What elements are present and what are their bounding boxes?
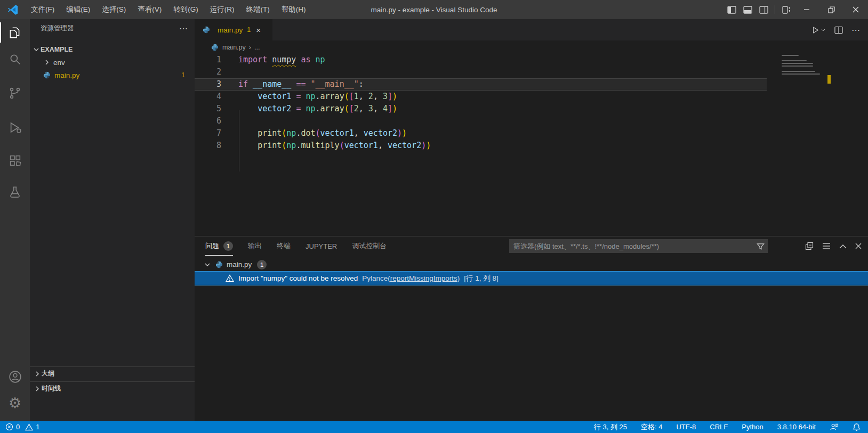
line-number[interactable]: 2	[195, 66, 221, 78]
notifications-bell-icon[interactable]	[853, 423, 861, 431]
code-line-8[interactable]: 8 print(np.multiply(vector1, vector2))	[195, 140, 767, 152]
panel-tab-debug-console[interactable]: 调试控制台	[352, 236, 387, 256]
more-actions-icon[interactable]: ⋯	[851, 25, 861, 35]
warning-triangle-icon	[25, 423, 33, 431]
menubar: 文件(F)编辑(E)选择(S)查看(V)转到(G)运行(R)终端(T)帮助(H)	[25, 0, 312, 19]
sidebar-title: 资源管理器	[41, 24, 74, 33]
search-icon[interactable]	[0, 46, 30, 72]
minimap[interactable]	[782, 55, 825, 76]
breadcrumb[interactable]: main.py › ...	[195, 40, 260, 54]
settings-gear-icon[interactable]: ⚙	[0, 390, 30, 416]
status-encoding[interactable]: UTF-8	[676, 423, 696, 431]
menu-item[interactable]: 终端(T)	[240, 0, 276, 19]
menu-item[interactable]: 编辑(E)	[60, 0, 96, 19]
line-number[interactable]: 8	[195, 140, 221, 152]
split-editor-icon[interactable]	[834, 26, 843, 34]
indent-guide	[239, 110, 239, 171]
line-number[interactable]: 7	[195, 127, 221, 140]
problem-count-badge: 1	[181, 71, 185, 79]
tab-label: main.py	[218, 26, 243, 34]
line-content	[221, 115, 238, 127]
menu-item[interactable]: 选择(S)	[96, 0, 132, 19]
testing-icon[interactable]	[0, 179, 30, 206]
breadcrumb-file[interactable]: main.py	[222, 44, 246, 51]
minimize-button[interactable]	[794, 0, 819, 19]
status-indentation[interactable]: 空格: 4	[641, 422, 662, 432]
menu-item[interactable]: 运行(R)	[204, 0, 240, 19]
panel-tab-output[interactable]: 输出	[248, 236, 262, 256]
line-number[interactable]: 1	[195, 54, 221, 66]
status-cursor-position[interactable]: 行 3, 列 25	[594, 422, 627, 432]
problem-row-selected[interactable]: Import "numpy" could not be resolved Pyl…	[195, 271, 868, 285]
line-content	[221, 66, 238, 78]
code-lines: 1import numpy as np23if __name__ == "__m…	[195, 54, 868, 152]
customize-layout-icon[interactable]	[778, 0, 794, 19]
tree-item-main-py[interactable]: main.py 1	[30, 69, 195, 81]
views-and-more-actions-icon[interactable]: ⋯	[179, 23, 188, 34]
problems-status-item[interactable]: 0 1	[0, 423, 39, 431]
run-debug-icon[interactable]	[0, 114, 30, 141]
close-window-button[interactable]	[843, 0, 868, 19]
problems-file-group[interactable]: main.py 1	[195, 258, 868, 271]
explorer-icon[interactable]	[0, 19, 30, 46]
toggle-panel-icon[interactable]	[740, 0, 756, 19]
source-control-icon[interactable]	[0, 80, 30, 107]
code-line-7[interactable]: 7 print(np.dot(vector1, vector2))	[195, 127, 767, 140]
tab-strip: main.py 1 × ⋯	[195, 19, 868, 40]
folder-section-example[interactable]: EXAMPLE	[30, 43, 195, 56]
code-line-3[interactable]: 3if __name__ == "__main__":	[195, 78, 767, 91]
chevron-right-icon	[43, 58, 51, 67]
breadcrumb-separator: ›	[249, 44, 251, 51]
menu-item[interactable]: 查看(V)	[132, 0, 167, 19]
toggle-sidebar-icon[interactable]	[724, 0, 740, 19]
python-file-icon	[211, 43, 219, 52]
filter-input[interactable]	[509, 242, 757, 250]
warning-count: 1	[36, 423, 39, 431]
code-line-1[interactable]: 1import numpy as np	[195, 54, 767, 66]
timeline-section[interactable]: 时间线	[30, 381, 195, 395]
restore-button[interactable]	[819, 0, 843, 19]
line-number[interactable]: 3	[195, 78, 221, 91]
breadcrumb-symbol[interactable]: ...	[254, 44, 260, 51]
problems-group-badge: 1	[257, 260, 267, 269]
line-number[interactable]: 4	[195, 91, 221, 103]
problem-location: [行 1, 列 8]	[464, 274, 499, 283]
editor-group: main.py 1 × ⋯ main.py › ... 1import nump…	[195, 19, 868, 236]
status-language-mode[interactable]: Python	[742, 423, 763, 431]
code-line-2[interactable]: 2	[195, 66, 767, 78]
outline-section[interactable]: 大纲	[30, 366, 195, 380]
view-as-table-icon[interactable]	[822, 242, 831, 250]
code-line-5[interactable]: 5 vector2 = np.array([2, 3, 4])	[195, 103, 767, 115]
accounts-icon[interactable]	[0, 363, 30, 390]
maximize-panel-icon[interactable]	[839, 244, 847, 249]
python-file-icon	[43, 71, 51, 79]
code-editor[interactable]: 1import numpy as np23if __name__ == "__m…	[195, 54, 868, 236]
line-content: print(np.multiply(vector1, vector2))	[221, 140, 431, 152]
problem-source[interactable]: Pylance(reportMissingImports)	[362, 274, 460, 282]
code-line-6[interactable]: 6	[195, 115, 767, 127]
extensions-icon[interactable]	[0, 147, 30, 174]
menu-item[interactable]: 帮助(H)	[276, 0, 312, 19]
code-line-4[interactable]: 4 vector1 = np.array([1, 2, 3])	[195, 91, 767, 103]
panel-tab-terminal[interactable]: 终端	[277, 236, 291, 256]
filter-funnel-icon[interactable]	[757, 242, 765, 250]
toggle-secondary-sidebar-icon[interactable]	[756, 0, 771, 19]
status-python-interpreter[interactable]: 3.8.10 64-bit	[777, 423, 816, 431]
tab-close-icon[interactable]: ×	[256, 26, 261, 35]
menu-item[interactable]: 转到(G)	[167, 0, 204, 19]
titlebar-separator	[775, 5, 775, 14]
collapse-all-icon[interactable]	[805, 242, 814, 250]
panel-tab-jupyter[interactable]: JUPYTER	[306, 236, 337, 256]
line-number[interactable]: 6	[195, 115, 221, 127]
problems-filter[interactable]	[509, 239, 768, 253]
line-number[interactable]: 5	[195, 103, 221, 115]
run-python-file-button[interactable]	[811, 26, 826, 34]
menu-item[interactable]: 文件(F)	[25, 0, 60, 19]
close-panel-icon[interactable]	[855, 243, 862, 249]
feedback-icon[interactable]	[830, 423, 839, 431]
tree-item-env[interactable]: env	[30, 56, 195, 69]
status-eol[interactable]: CRLF	[710, 423, 728, 431]
problem-source-link[interactable]: reportMissingImports	[390, 274, 457, 282]
tab-main-py[interactable]: main.py 1 ×	[195, 19, 272, 40]
panel-tab-problems[interactable]: 问题1	[205, 236, 233, 256]
